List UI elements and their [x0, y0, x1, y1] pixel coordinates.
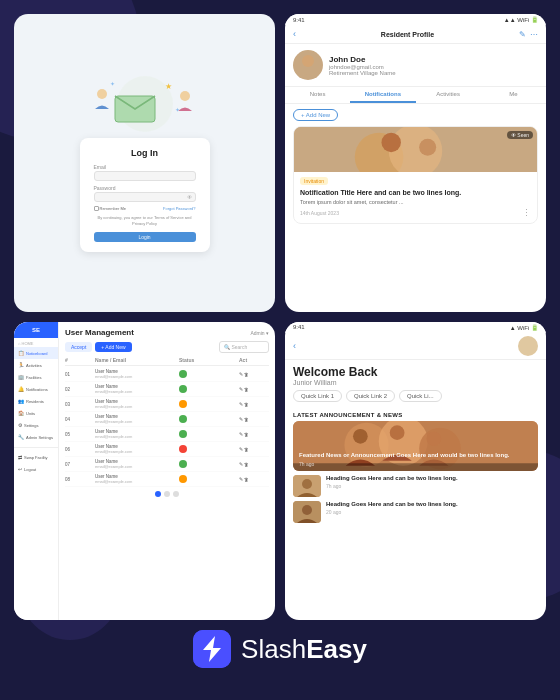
- password-input[interactable]: 👁: [94, 192, 196, 202]
- tab-me[interactable]: Me: [481, 87, 546, 103]
- logo-text-bold: Easy: [306, 634, 367, 664]
- svg-text:✦: ✦: [175, 107, 180, 113]
- resident-village: Retirement Village Name: [329, 70, 538, 76]
- login-form: Log In Email Password 👁 Remember Me Forg…: [80, 138, 210, 251]
- quick-link-2[interactable]: Quick Link 2: [346, 390, 395, 402]
- email-label: Email: [94, 164, 196, 170]
- time-display: 9:41: [293, 17, 305, 23]
- sidebar-item-noticeboard[interactable]: 📋 Noticeboard: [14, 347, 58, 359]
- news-item-1[interactable]: Heading Goes Here and can be two lines l…: [293, 475, 538, 497]
- remember-me-checkbox[interactable]: Remember Me: [94, 206, 126, 211]
- sidebar-item-residents[interactable]: 👥 Residents: [14, 395, 58, 407]
- status-bar: 9:41 ▲▲ WiFi 🔋: [285, 14, 546, 25]
- search-input[interactable]: 🔍 Search: [219, 341, 269, 353]
- announcements-section-title: LATEST ANNOUNCEMENT & NEWS: [285, 412, 546, 421]
- tab-activities[interactable]: Activities: [416, 87, 481, 103]
- tab-notifications[interactable]: Notifications: [350, 87, 415, 103]
- featured-news-time: 7h ago: [299, 461, 532, 467]
- logo-bar: SlashEasy: [0, 620, 560, 678]
- sidebar-home-label: ⌂ HOME: [14, 338, 58, 347]
- login-illustration: ★ ✦ ✦: [90, 74, 200, 134]
- welcome-status-bar: 9:41 ▲ WiFi 🔋: [285, 322, 546, 333]
- notification-body: Invitation Notification Title Here and c…: [294, 172, 537, 223]
- svg-point-25: [302, 505, 312, 515]
- notification-date: 14th August 2023: [300, 210, 339, 216]
- sidebar-item-settings[interactable]: ⚙ Settings: [14, 419, 58, 431]
- profile-details: John Doe johndoe@gmail.com Retirement Vi…: [329, 55, 538, 76]
- featured-news-title: Featured News or Announcement Goes Here …: [299, 452, 532, 467]
- password-label: Password: [94, 185, 196, 191]
- notification-footer: 14th August 2023 ⋮: [300, 208, 531, 218]
- add-new-button[interactable]: + Add New: [95, 342, 131, 352]
- notification-image: 👁 Seen: [294, 127, 537, 172]
- svg-point-3: [97, 89, 107, 99]
- news-thumbnail-2: [293, 501, 321, 523]
- table-row: 07User Nameemail@example.com✎ 🗑: [65, 457, 269, 472]
- table-row: 06User Nameemail@example.com✎ 🗑: [65, 442, 269, 457]
- welcome-subtitle: Junior William: [293, 379, 538, 386]
- welcome-greeting-section: Welcome Back Junior William Quick Link 1…: [285, 360, 546, 412]
- table-row: 01User Nameemail@example.com✎ 🗑: [65, 367, 269, 382]
- user-table: # Name / Email Status Act 01User Nameema…: [65, 357, 269, 497]
- back-button[interactable]: ‹: [293, 29, 296, 39]
- seen-badge: 👁 Seen: [507, 131, 533, 139]
- quick-link-1[interactable]: Quick Link 1: [293, 390, 342, 402]
- sidebar-logo: SE: [14, 322, 58, 338]
- login-panel: ★ ✦ ✦ Log In Email Password 👁 Remember M…: [14, 14, 275, 312]
- quick-link-3[interactable]: Quick Li...: [399, 390, 442, 402]
- welcome-back-button[interactable]: ‹: [293, 341, 296, 351]
- svg-point-20: [427, 431, 442, 446]
- login-button[interactable]: Login: [94, 232, 196, 242]
- welcome-title: Welcome Back: [293, 365, 538, 379]
- profile-header: ‹ Resident Profile ✎ ⋯: [285, 25, 546, 44]
- svg-point-23: [302, 479, 312, 489]
- featured-news-image[interactable]: Featured News or Announcement Goes Here …: [293, 421, 538, 471]
- news-title-1: Heading Goes Here and can be two lines l…: [326, 475, 538, 483]
- welcome-time: 9:41: [293, 324, 305, 331]
- resident-profile-panel: 9:41 ▲▲ WiFi 🔋 ‹ Resident Profile ✎ ⋯ Jo…: [285, 14, 546, 312]
- more-options-icon[interactable]: ⋯: [530, 30, 538, 39]
- svg-point-19: [390, 425, 405, 440]
- welcome-quick-links: Quick Link 1 Quick Link 2 Quick Li...: [293, 390, 538, 402]
- welcome-topbar: ‹: [285, 333, 546, 360]
- sidebar-item-facilities[interactable]: 🏢 Facilities: [14, 371, 58, 383]
- more-options-button[interactable]: ⋮: [522, 208, 531, 218]
- add-new-button[interactable]: + Add New: [293, 109, 338, 121]
- accept-button[interactable]: Accept: [65, 342, 92, 352]
- table-row: 08User Nameemail@example.com✎ 🗑: [65, 472, 269, 487]
- table-header: # Name / Email Status Act: [65, 357, 269, 366]
- welcome-user-avatar: [518, 336, 538, 356]
- news-item-2[interactable]: Heading Goes Here and can be two lines l…: [293, 501, 538, 523]
- profile-info-section: John Doe johndoe@gmail.com Retirement Vi…: [285, 44, 546, 87]
- sidebar-item-admin-settings[interactable]: 🔧 Admin Settings: [14, 431, 58, 443]
- page-title: User Management: [65, 328, 134, 337]
- notification-card: 👁 Seen Invitation Notification Title Her…: [293, 126, 538, 224]
- table-row: 03User Nameemail@example.com✎ 🗑: [65, 397, 269, 412]
- svg-point-8: [302, 55, 314, 67]
- sidebar-item-logout[interactable]: ↩ Logout: [14, 463, 58, 475]
- app-logo-icon: [193, 630, 231, 668]
- sidebar-item-units[interactable]: 🏠 Units: [14, 407, 58, 419]
- email-input[interactable]: [94, 171, 196, 181]
- news-time-2: 20 ago: [326, 509, 538, 515]
- mgmt-toolbar: Accept + Add New 🔍 Search: [65, 341, 269, 353]
- notification-title: Notification Title Here and can be two l…: [300, 188, 531, 197]
- table-row: 05User Nameemail@example.com✎ 🗑: [65, 427, 269, 442]
- edit-icon[interactable]: ✎: [519, 30, 526, 39]
- pagination: [65, 491, 269, 497]
- avatar: [293, 50, 323, 80]
- news-title-2: Heading Goes Here and can be two lines l…: [326, 501, 538, 509]
- news-time-1: 7h ago: [326, 483, 538, 489]
- svg-text:✦: ✦: [110, 81, 115, 87]
- sidebar-item-swap-facility[interactable]: ⇄ Swap Facility: [14, 451, 58, 463]
- app-logo-text: SlashEasy: [241, 634, 367, 665]
- user-management-panel: SE ⌂ HOME 📋 Noticeboard 🏃 Activities 🏢 F…: [14, 322, 275, 620]
- profile-tabs: Notes Notifications Activities Me: [285, 87, 546, 104]
- tab-notes[interactable]: Notes: [285, 87, 350, 103]
- table-row: 04User Nameemail@example.com✎ 🗑: [65, 412, 269, 427]
- news-info-2: Heading Goes Here and can be two lines l…: [326, 501, 538, 515]
- mgmt-main-content: User Management Admin ▾ Accept + Add New…: [59, 322, 275, 620]
- sidebar-item-notifications[interactable]: 🔔 Notifications: [14, 383, 58, 395]
- sidebar-item-activities[interactable]: 🏃 Activities: [14, 359, 58, 371]
- forgot-password-link[interactable]: Forgot Password?: [163, 206, 195, 211]
